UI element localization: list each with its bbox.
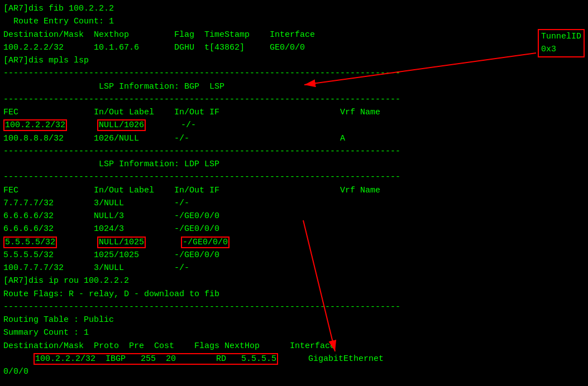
ldp-row-1: 7.7.7.7/32 3/NULL -/- bbox=[3, 197, 585, 210]
line-3-header: Destination/Mask Nexthop Flag TimeStamp … bbox=[3, 28, 585, 41]
ldp-row-5: 5.5.5.5/32 1025/1025 -/GE0/0/0 bbox=[3, 249, 585, 262]
sep-4: ----------------------------------------… bbox=[3, 171, 585, 184]
sep-2: ----------------------------------------… bbox=[3, 93, 585, 106]
sep-3: ----------------------------------------… bbox=[3, 145, 585, 158]
bgp-row-2: 100.8.8.8/32 1026/NULL -/- A bbox=[3, 132, 585, 145]
routing-table-label: Routing Table : Public bbox=[3, 313, 585, 326]
ldp-col-header: FEC In/Out Label In/Out IF Vrf Name bbox=[3, 184, 585, 197]
if-ldp-highlight: -/GE0/0/0 bbox=[181, 237, 230, 248]
label-bgp-highlight: NULL/1026 bbox=[97, 119, 146, 131]
line-1: [AR7]dis fib 100.2.2.2 bbox=[3, 2, 585, 15]
summary-count: Summary Count : 1 bbox=[3, 326, 585, 339]
tunnel-id-box: TunnelID 0x3 bbox=[538, 29, 585, 57]
lsp-ldp-header: LSP Information: LDP LSP bbox=[3, 158, 585, 171]
route-col-header: Destination/Mask Proto Pre Cost Flags Ne… bbox=[3, 340, 585, 353]
bgp-row-1: 100.2.2.2/32 NULL/1026 -/- bbox=[3, 119, 585, 132]
fec-ldp-highlight: 5.5.5.5/32 bbox=[3, 237, 57, 248]
label-ldp-highlight: NULL/1025 bbox=[97, 237, 146, 248]
ip-route-cmd: [AR7]dis ip rou 100.2.2.2 bbox=[3, 274, 585, 287]
ldp-row-2: 6.6.6.6/32 NULL/3 -/GE0/0/0 bbox=[3, 210, 585, 223]
bgp-col-header: FEC In/Out Label In/Out IF Vrf Name bbox=[3, 106, 585, 119]
sep-5: ----------------------------------------… bbox=[3, 301, 585, 313]
bottom-route-highlight: 100.2.2.2/32 IBGP 255 20 RD 5.5.5.5 bbox=[34, 353, 278, 365]
lsp-bgp-header: LSP Information: BGP LSP bbox=[3, 80, 585, 93]
route-row-highlighted: 100.2.2.2/32 IBGP 255 20 RD 5.5.5.5 Giga… bbox=[3, 353, 585, 365]
terminal: [AR7]dis fib 100.2.2.2 Route Entry Count… bbox=[0, 0, 588, 380]
ldp-row-4-highlighted: 5.5.5.5/32 NULL/1025 -/GE0/0/0 bbox=[3, 236, 585, 249]
sep-1: ----------------------------------------… bbox=[3, 67, 585, 80]
line-2: Route Entry Count: 1 bbox=[3, 15, 585, 28]
fec-bgp-highlight: 100.2.2.2/32 bbox=[3, 119, 67, 131]
route-flags: Route Flags: R - relay, D - download to … bbox=[3, 288, 585, 301]
route-row-continuation: 0/0/0 bbox=[3, 365, 585, 378]
line-5: [AR7]dis mpls lsp bbox=[3, 54, 585, 67]
line-4-data: 100.2.2.2/32 10.1.67.6 DGHU t[43862] GE0… bbox=[3, 41, 585, 54]
ldp-row-6: 100.7.7.7/32 3/NULL -/- bbox=[3, 262, 585, 274]
ldp-row-3: 6.6.6.6/32 1024/3 -/GE0/0/0 bbox=[3, 223, 585, 235]
